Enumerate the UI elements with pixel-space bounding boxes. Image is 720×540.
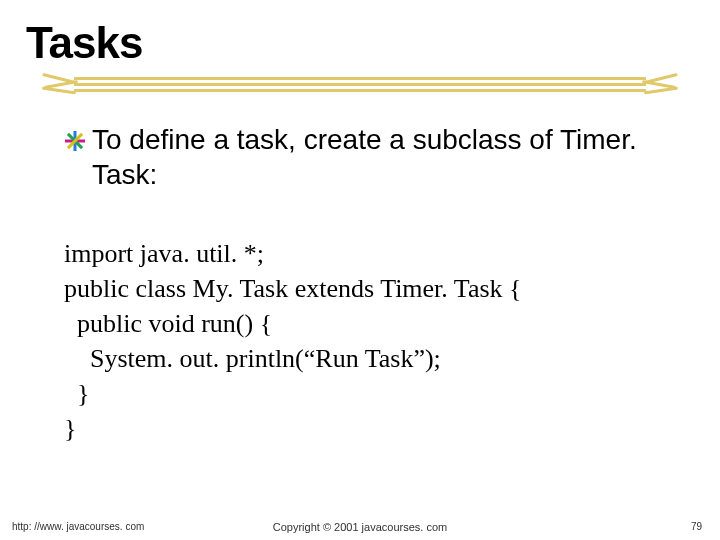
slide-title: Tasks <box>26 18 686 68</box>
starburst-bullet-icon <box>64 130 86 152</box>
code-line: } <box>64 376 686 411</box>
code-block: import java. util. *; public class My. T… <box>64 236 686 447</box>
code-line: public void run() { <box>64 306 686 341</box>
code-line: public class My. Task extends Timer. Tas… <box>64 271 686 306</box>
slide-footer: http: //www. javacourses. com Copyright … <box>0 521 720 532</box>
bullet-list: To define a task, create a subclass of T… <box>64 122 676 192</box>
bullet-text: To define a task, create a subclass of T… <box>92 122 676 192</box>
decorative-divider <box>34 74 686 100</box>
footer-url: http: //www. javacourses. com <box>12 521 144 532</box>
code-line: System. out. println(“Run Task”); <box>64 341 686 376</box>
slide: Tasks To define a task, create a subclas… <box>0 0 720 540</box>
bullet-item: To define a task, create a subclass of T… <box>64 122 676 192</box>
footer-page-number: 79 <box>691 521 702 532</box>
code-line: } <box>64 411 686 446</box>
code-line: import java. util. *; <box>64 236 686 271</box>
